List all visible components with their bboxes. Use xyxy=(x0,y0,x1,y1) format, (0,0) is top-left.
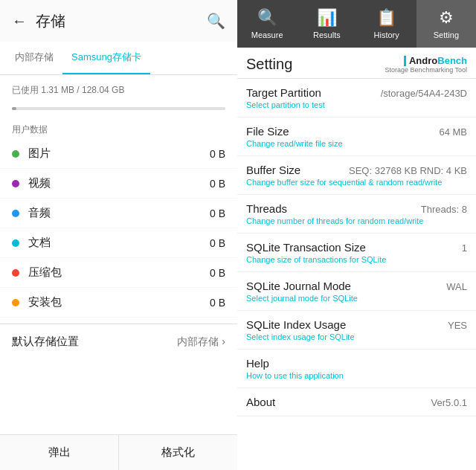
setting-item-name: About xyxy=(246,396,275,408)
bottom-buttons: 弹出 格式化 xyxy=(0,434,237,470)
right-content: Setting AndroBench Storage Benchmarking … xyxy=(237,48,476,470)
setting-item-top: SQLite Index Usage YES xyxy=(246,318,467,331)
setting-item[interactable]: SQLite Transaction Size 1 Change size of… xyxy=(237,234,476,272)
storage-items-list: 图片 0 B 视频 0 B 音频 0 B 文档 0 B 压缩包 0 B 安装包 … xyxy=(0,139,237,318)
setting-item-desc: Change read/write file size xyxy=(246,139,467,148)
setting-item-desc: Select index usage for SQLite xyxy=(246,332,467,341)
setting-item[interactable]: SQLite Journal Mode WAL Select journal m… xyxy=(237,272,476,311)
search-icon[interactable]: 🔍 xyxy=(207,12,225,30)
left-header-left: ← 存储 xyxy=(12,11,65,31)
setting-item-desc: Change size of transactions for SQLite xyxy=(246,255,467,264)
setting-item-name: Buffer Size xyxy=(246,164,300,176)
tab-icon-history: 📋 xyxy=(376,8,396,28)
tab-label-results: Results xyxy=(313,30,341,39)
setting-item-top: Buffer Size SEQ: 32768 KB RND: 4 KB xyxy=(246,164,467,176)
setting-item-top: Target Partition /storage/54A4-243D xyxy=(246,86,467,99)
setting-item-value: SEQ: 32768 KB RND: 4 KB xyxy=(349,165,467,176)
storage-item[interactable]: 文档 0 B xyxy=(0,228,237,258)
tab-measure[interactable]: 🔍 Measure xyxy=(237,0,297,48)
setting-item-desc: Change buffer size for sequential & rand… xyxy=(246,178,467,187)
setting-item[interactable]: Buffer Size SEQ: 32768 KB RND: 4 KB Chan… xyxy=(237,156,476,195)
androbench-logo: AndroBench Storage Benchmarking Tool xyxy=(385,55,467,74)
page-title: 存储 xyxy=(36,11,65,31)
tab-label-measure: Measure xyxy=(251,30,283,39)
logo-andro: Andro xyxy=(409,55,437,66)
setting-item-desc: Change number of threads for random read… xyxy=(246,216,467,225)
setting-item-top: SQLite Journal Mode WAL xyxy=(246,280,467,292)
setting-item-value: WAL xyxy=(446,281,467,292)
eject-button[interactable]: 弹出 xyxy=(0,435,119,470)
storage-item-name: 视频 xyxy=(28,176,210,190)
storage-bar-fill xyxy=(12,107,16,110)
default-storage-label: 默认存储位置 xyxy=(12,335,177,349)
setting-items-list: Target Partition /storage/54A4-243D Sele… xyxy=(237,79,476,416)
setting-item[interactable]: About Ver5.0.1 xyxy=(237,388,476,416)
tab-internal-storage[interactable]: 内部存储 xyxy=(6,42,62,74)
setting-item-name: Threads xyxy=(246,202,287,215)
storage-item-name: 音频 xyxy=(28,206,210,220)
storage-item-size: 0 B xyxy=(210,178,225,190)
setting-item-top: Help xyxy=(246,357,467,370)
format-button[interactable]: 格式化 xyxy=(119,435,237,470)
setting-item-name: SQLite Transaction Size xyxy=(246,241,366,254)
storage-item[interactable]: 音频 0 B xyxy=(0,199,237,228)
setting-item[interactable]: Help How to use this application xyxy=(237,350,476,388)
storage-item-dot xyxy=(12,299,19,306)
tab-history[interactable]: 📋 History xyxy=(357,0,416,48)
setting-item[interactable]: Threads Threads: 8 Change number of thre… xyxy=(237,195,476,234)
setting-item-top: File Size 64 MB xyxy=(246,125,467,138)
storage-item-size: 0 B xyxy=(210,237,225,249)
setting-header: Setting AndroBench Storage Benchmarking … xyxy=(237,48,476,79)
setting-item-value: 64 MB xyxy=(439,126,467,138)
tab-icon-setting: ⚙ xyxy=(439,8,454,28)
storage-item[interactable]: 压缩包 0 B xyxy=(0,258,237,288)
storage-item-name: 安装包 xyxy=(28,295,210,309)
storage-item-dot xyxy=(12,150,19,158)
storage-item-dot xyxy=(12,239,19,247)
setting-item[interactable]: Target Partition /storage/54A4-243D Sele… xyxy=(237,79,476,118)
storage-item-size: 0 B xyxy=(210,148,225,160)
setting-item-value: Threads: 8 xyxy=(421,204,467,215)
setting-item[interactable]: SQLite Index Usage YES Select index usag… xyxy=(237,311,476,350)
left-header: ← 存储 🔍 xyxy=(0,0,237,42)
setting-item-name: Help xyxy=(246,357,269,370)
setting-item-top: SQLite Transaction Size 1 xyxy=(246,241,467,254)
back-icon[interactable]: ← xyxy=(12,13,27,30)
storage-item-dot xyxy=(12,180,19,187)
setting-item-desc: Select partition to test xyxy=(246,100,467,109)
setting-item-value: /storage/54A4-243D xyxy=(381,88,467,99)
storage-item-dot xyxy=(12,269,19,277)
logo-subtitle: Storage Benchmarking Tool xyxy=(385,66,467,74)
storage-item[interactable]: 安装包 0 B xyxy=(0,288,237,318)
tab-bar: 内部存储 Samsung存储卡 xyxy=(0,42,237,75)
storage-item-size: 0 B xyxy=(210,207,225,219)
right-tab-bar: 🔍 Measure 📊 Results 📋 History ⚙ Setting xyxy=(237,0,476,48)
storage-item-dot xyxy=(12,210,19,217)
tab-label-history: History xyxy=(374,30,399,39)
setting-item-name: SQLite Journal Mode xyxy=(246,280,351,292)
setting-item-value: Ver5.0.1 xyxy=(431,397,467,408)
setting-item-top: Threads Threads: 8 xyxy=(246,202,467,215)
storage-bar xyxy=(12,107,225,110)
setting-title: Setting xyxy=(246,56,292,73)
setting-item-value: 1 xyxy=(462,242,467,254)
tab-setting[interactable]: ⚙ Setting xyxy=(416,0,476,48)
storage-item[interactable]: 图片 0 B xyxy=(0,139,237,169)
logo-bench: Bench xyxy=(437,55,467,66)
setting-item[interactable]: File Size 64 MB Change read/write file s… xyxy=(237,118,476,156)
setting-item-desc: Select journal mode for SQLite xyxy=(246,294,467,303)
tab-label-setting: Setting xyxy=(434,30,459,39)
right-panel: 🔍 Measure 📊 Results 📋 History ⚙ Setting … xyxy=(237,0,476,470)
tab-samsung-storage[interactable]: Samsung存储卡 xyxy=(62,42,150,74)
tab-icon-measure: 🔍 xyxy=(257,8,277,28)
setting-item-name: Target Partition xyxy=(246,86,321,99)
logo-bar xyxy=(404,56,406,66)
storage-item[interactable]: 视频 0 B xyxy=(0,169,237,199)
tab-results[interactable]: 📊 Results xyxy=(297,0,356,48)
storage-info: 已使用 1.31 MB / 128.04 GB xyxy=(0,75,237,103)
storage-item-size: 0 B xyxy=(210,267,225,279)
setting-item-top: About Ver5.0.1 xyxy=(246,396,467,408)
default-storage[interactable]: 默认存储位置 内部存储 › xyxy=(0,323,237,359)
logo-text: AndroBench xyxy=(404,55,467,66)
left-panel: ← 存储 🔍 内部存储 Samsung存储卡 已使用 1.31 MB / 128… xyxy=(0,0,237,470)
